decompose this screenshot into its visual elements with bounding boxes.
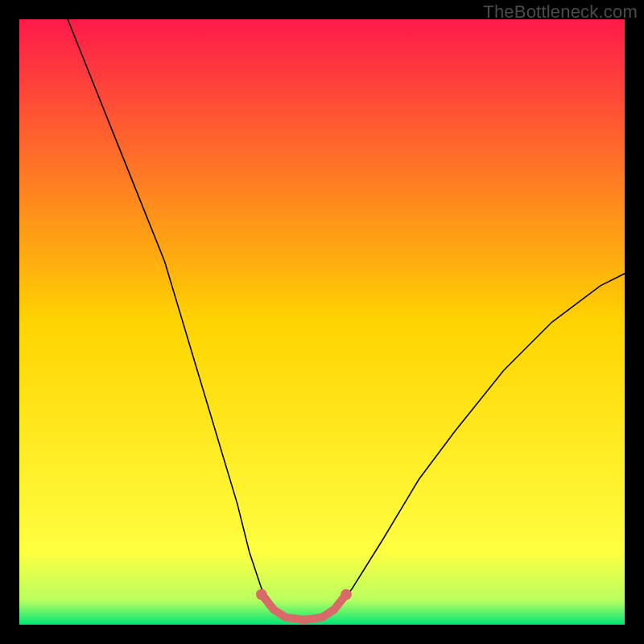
chart-svg bbox=[19, 19, 625, 625]
svg-point-1 bbox=[341, 589, 352, 601]
plot-area bbox=[19, 19, 625, 625]
gradient-background bbox=[19, 19, 625, 625]
svg-point-0 bbox=[256, 589, 267, 601]
chart-frame: TheBottleneck.com bbox=[0, 0, 644, 644]
